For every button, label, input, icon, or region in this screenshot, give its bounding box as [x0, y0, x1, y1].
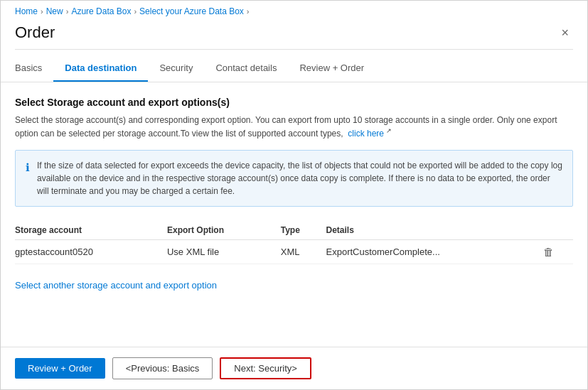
col-header-storage-account: Storage account [15, 221, 167, 240]
cell-export-option: Use XML file [167, 240, 281, 264]
tab-review-order[interactable]: Review + Order [288, 55, 375, 82]
cell-type: XML [281, 240, 326, 264]
click-here-link[interactable]: click here [348, 129, 384, 139]
tab-security[interactable]: Security [148, 55, 204, 82]
table-row: gptestaccount0520 Use XML file XML Expor… [15, 240, 573, 264]
footer: Review + Order <Previous: Basics Next: S… [1, 347, 587, 389]
breadcrumb-azure-data-box[interactable]: Azure Data Box [71, 6, 131, 16]
section-title: Select Storage account and export option… [15, 97, 573, 108]
description-text: Select the storage account(s) and corres… [15, 114, 573, 140]
col-header-details: Details [326, 221, 544, 240]
cell-delete[interactable]: 🗑 [543, 240, 573, 264]
breadcrumb-current: Select your Azure Data Box [139, 6, 244, 16]
title-bar: Order × [1, 19, 587, 49]
info-message: If the size of data selected for export … [37, 159, 562, 197]
previous-button[interactable]: <Previous: Basics [112, 357, 213, 379]
tab-data-destination[interactable]: Data destination [53, 55, 148, 82]
breadcrumb-new[interactable]: New [46, 6, 63, 16]
col-header-export-option: Export Option [167, 221, 281, 240]
cell-details: ExportCustomerComplete... [326, 240, 544, 264]
col-header-actions [543, 221, 573, 240]
breadcrumb-home[interactable]: Home [15, 6, 38, 16]
col-header-type: Type [281, 221, 326, 240]
add-storage-account-link[interactable]: Select another storage account and expor… [15, 280, 217, 291]
page-title: Order [15, 23, 55, 42]
main-content: Select Storage account and export option… [1, 82, 587, 347]
info-icon: ℹ [26, 160, 30, 197]
cell-storage-account: gptestaccount0520 [15, 240, 167, 264]
review-order-button[interactable]: Review + Order [15, 358, 105, 379]
tab-basics[interactable]: Basics [15, 55, 53, 82]
storage-table-section: Storage account Export Option Type Detai… [15, 221, 573, 264]
delete-icon[interactable]: 🗑 [543, 246, 554, 258]
tabs-bar: Basics Data destination Security Contact… [1, 55, 587, 82]
tab-contact-details[interactable]: Contact details [204, 55, 288, 82]
info-box: ℹ If the size of data selected for expor… [15, 150, 573, 207]
next-security-button[interactable]: Next: Security> [220, 357, 311, 379]
breadcrumb: Home › New › Azure Data Box › Select you… [1, 1, 587, 19]
storage-table: Storage account Export Option Type Detai… [15, 221, 573, 264]
top-divider [15, 49, 573, 50]
close-button[interactable]: × [557, 23, 573, 42]
